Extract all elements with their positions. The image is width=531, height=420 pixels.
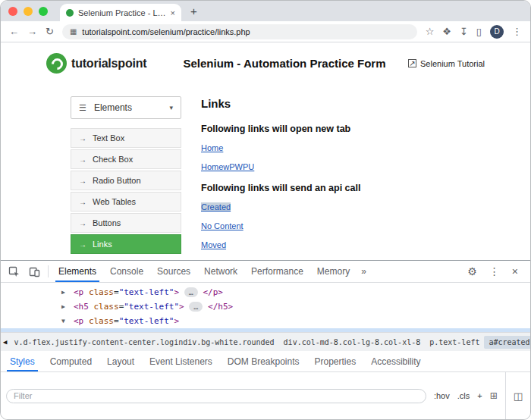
dom-node-h5-collapsed[interactable]: ▶<h5 class="text-left"> … </h5> — [1, 299, 530, 314]
sidebar-item-radio-button[interactable]: → Radio Button — [71, 171, 181, 190]
attr-name: class — [89, 316, 114, 326]
devtools-tab-console[interactable]: Console — [103, 261, 150, 282]
devtools-menu-kebab-icon[interactable]: ⋮ — [483, 265, 506, 277]
element-classes-toggle[interactable]: .cls — [457, 391, 470, 400]
panel-tab-layout[interactable]: Layout — [99, 351, 142, 371]
arrow-icon: → — [79, 198, 86, 206]
breadcrumb-logindiv[interactable]: v.d-flex.justify-content-center.logindiv… — [9, 336, 278, 349]
breadcrumb-a-created[interactable]: a#created — [484, 336, 530, 349]
breadcrumb-col[interactable]: div.col-md-8.col-lg-8.col-xl-8 — [279, 336, 426, 349]
browser-tab[interactable]: Selenium Practice - Links × — [60, 4, 181, 21]
tab-close-icon[interactable]: × — [171, 8, 175, 17]
devtools-tab-performance[interactable]: Performance — [244, 261, 310, 282]
sidebar-items: → Text Box → Check Box → Radio Button → … — [71, 128, 181, 254]
new-tab-section-title: Following links will open new tab — [201, 124, 477, 134]
sidebar-item-buttons[interactable]: → Buttons — [71, 213, 181, 233]
link-homewpwpu[interactable]: HomewPWPU — [201, 162, 254, 171]
minimize-window-button[interactable] — [24, 7, 33, 16]
devtools-tab-network[interactable]: Network — [197, 261, 244, 282]
selenium-tutorial-link[interactable]: ↗ Selenium Tutorial — [395, 59, 485, 68]
pseudo-state-toggle[interactable]: :hov — [434, 391, 450, 400]
breadcrumb-p-text-left[interactable]: p.text-left — [425, 336, 484, 349]
side-panel-icon[interactable]: ▯ — [476, 27, 482, 36]
site-logo[interactable]: tutorialspoint — [46, 53, 174, 74]
link-moved[interactable]: Moved — [201, 240, 226, 249]
device-toolbar-icon[interactable] — [24, 266, 45, 277]
forward-icon[interactable]: → — [27, 27, 37, 36]
dom-node-a-created[interactable]: <a href="javascript:void(0);" id="create… — [1, 328, 530, 332]
arrow-icon: → — [79, 134, 86, 143]
panel-tab-properties[interactable]: Properties — [307, 351, 364, 371]
attr-value: "text-left" — [124, 302, 179, 312]
dom-node-p-expanded[interactable]: ▼<p class="text-left"> — [1, 314, 530, 328]
panel-tab-event-listeners[interactable]: Event Listeners — [142, 351, 220, 371]
elements-sidebar: ☰ Elements ▾ → Text Box → Check Box → — [71, 96, 181, 260]
devtools-close-icon[interactable]: × — [506, 265, 524, 277]
hamburger-icon: ☰ — [79, 103, 86, 113]
collapsed-children-ellipsis[interactable]: … — [184, 287, 198, 297]
reload-icon[interactable]: ↻ — [46, 27, 54, 36]
devtools-settings-gear-icon[interactable]: ⚙ — [461, 265, 483, 277]
page-header: tutorialspoint Selenium - Automation Pra… — [1, 42, 530, 74]
dom-node-p-collapsed[interactable]: ▶<p class="text-left"> … </p> — [1, 285, 530, 299]
fullscreen-window-button[interactable] — [39, 7, 48, 16]
inspect-element-icon[interactable] — [4, 266, 24, 277]
sidebar-item-text-box[interactable]: → Text Box — [71, 128, 181, 148]
panel-tab-styles[interactable]: Styles — [2, 351, 42, 371]
sidebar-header-label: Elements — [94, 102, 132, 113]
site-info-icon[interactable]: ▦ — [70, 27, 77, 36]
collapsed-children-ellipsis[interactable]: … — [189, 302, 203, 312]
sidebar-item-web-tables[interactable]: → Web Tables — [71, 192, 181, 212]
browser-menu-icon[interactable]: ⋮ — [512, 27, 522, 36]
panel-tab-accessibility[interactable]: Accessibility — [363, 351, 428, 371]
arrow-icon: → — [79, 177, 86, 185]
devtools-tab-sources[interactable]: Sources — [150, 261, 197, 282]
sidebar-item-label: Check Box — [93, 155, 133, 164]
attr-value-onclick: "shide('create')" — [344, 331, 429, 332]
devtools-tab-memory[interactable]: Memory — [310, 261, 357, 282]
styles-filter-input[interactable] — [6, 389, 426, 403]
macos-traffic-lights — [8, 7, 48, 16]
logo-text: tutorialspoint — [71, 57, 146, 71]
grid-badge-icon[interactable]: ⊞ — [490, 390, 498, 401]
sidebar-item-check-box[interactable]: → Check Box — [71, 149, 181, 169]
panel-tab-dom-breakpoints[interactable]: DOM Breakpoints — [220, 351, 307, 371]
new-style-rule-button[interactable]: + — [477, 391, 482, 400]
styles-panel-tabs: Styles Computed Layout Event Listeners D… — [1, 351, 530, 372]
selected-dom-node[interactable]: <a href="javascript:void(0);" id="create… — [1, 328, 530, 332]
twisty-collapsed-icon[interactable]: ▶ — [61, 285, 72, 299]
links-heading: Links — [201, 97, 477, 110]
closing-tag: </h5> — [208, 302, 233, 312]
twisty-collapsed-icon[interactable]: ▶ — [61, 299, 72, 314]
attr-value: "text-left" — [119, 316, 174, 326]
extensions-icon[interactable]: ❖ — [442, 27, 451, 36]
link-no-content[interactable]: No Content — [201, 221, 244, 230]
tag-open: <a — [87, 331, 97, 332]
more-tabs-icon[interactable]: » — [357, 266, 371, 277]
attr-value-href[interactable]: "javascript:void(0);" — [127, 331, 233, 332]
devtools-tab-elements[interactable]: Elements — [52, 261, 103, 282]
profile-avatar[interactable]: D — [490, 25, 504, 39]
bookmark-star-icon[interactable]: ☆ — [426, 27, 435, 36]
attr-value: "text-left" — [119, 287, 174, 297]
attr-name: class — [94, 302, 119, 312]
panel-tab-computed[interactable]: Computed — [42, 351, 99, 371]
address-bar[interactable]: ▦ tutorialspoint.com/selenium/practice/l… — [62, 24, 417, 39]
sidebar-header[interactable]: ☰ Elements ▾ — [71, 96, 181, 119]
downloads-icon[interactable]: ↧ — [460, 27, 468, 36]
back-icon[interactable]: ← — [9, 27, 19, 36]
tag-close-bracket: > — [174, 287, 179, 297]
tag-open: <p — [74, 316, 83, 326]
twisty-expanded-icon[interactable]: ▼ — [61, 314, 72, 328]
dock-side-icon[interactable]: ◫ — [505, 372, 530, 419]
sidebar-item-links[interactable]: → Links — [71, 234, 181, 254]
link-created[interactable]: Created — [201, 202, 231, 212]
close-window-button[interactable] — [8, 7, 17, 16]
equals: = — [114, 316, 119, 326]
new-tab-button[interactable]: + — [190, 5, 197, 17]
breadcrumb-scroll-left-icon[interactable]: ◀ — [1, 338, 9, 346]
equals: = — [338, 331, 344, 332]
devtools-panel: Elements Console Sources Network Perform… — [1, 260, 530, 419]
tag-open: <p — [74, 287, 83, 297]
link-home[interactable]: Home — [201, 143, 223, 152]
